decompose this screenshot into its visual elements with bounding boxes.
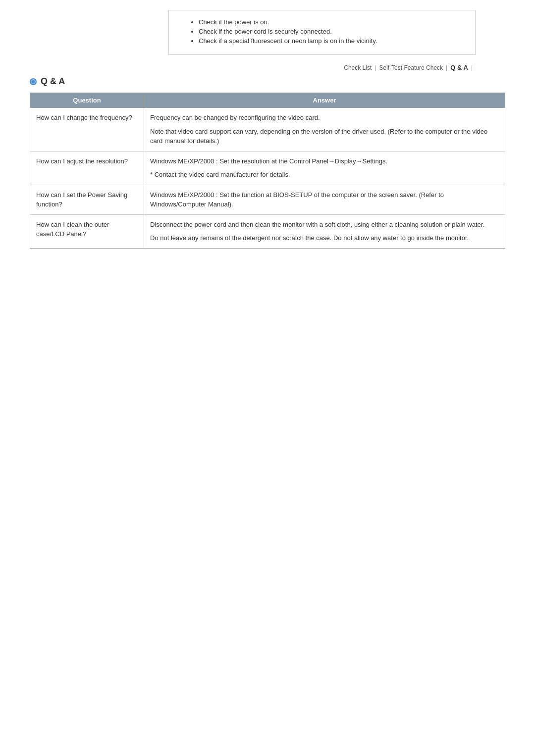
- checklist-item: Check if the power is on.: [199, 18, 465, 26]
- question-cell: How can I clean the outer case/LCD Panel…: [30, 214, 144, 248]
- question-cell: How can I change the frequency?: [30, 108, 144, 151]
- answer-cell: Disconnect the power cord and then clean…: [144, 214, 505, 248]
- table-row: How can I change the frequency?Frequency…: [30, 108, 505, 151]
- nav-selftest-link[interactable]: Self-Test Feature Check: [379, 64, 443, 71]
- answer-paragraph: Disconnect the power cord and then clean…: [150, 220, 499, 230]
- table-row: How can I clean the outer case/LCD Panel…: [30, 214, 505, 248]
- checklist-item: Check if a special fluorescent or neon l…: [199, 37, 465, 45]
- answer-cell: Frequency can be changed by reconfigurin…: [144, 108, 505, 151]
- answer-paragraph: Windows ME/XP/2000 : Set the resolution …: [150, 156, 499, 166]
- table-row: How can I adjust the resolution?Windows …: [30, 151, 505, 185]
- answer-paragraph: Note that video card support can vary, d…: [150, 127, 499, 146]
- nav-links: Check List | Self-Test Feature Check | Q…: [30, 64, 476, 71]
- answer-paragraph: Windows ME/XP/2000 : Set the function at…: [150, 190, 499, 209]
- answer-paragraph: Frequency can be changed by reconfigurin…: [150, 113, 499, 123]
- checklist-list: Check if the power is on.Check if the po…: [189, 18, 465, 45]
- table-row: How can I set the Power Saving function?…: [30, 185, 505, 214]
- checklist-item: Check if the power cord is securely conn…: [199, 28, 465, 35]
- answer-cell: Windows ME/XP/2000 : Set the resolution …: [144, 151, 505, 185]
- section-dot-icon: [30, 78, 37, 85]
- nav-checklist-link[interactable]: Check List: [344, 64, 372, 71]
- nav-active: Q & A: [450, 64, 468, 71]
- section-title: Q & A: [41, 76, 65, 87]
- nav-sep1: |: [374, 64, 376, 71]
- nav-sep2: |: [446, 64, 447, 71]
- qa-table: Question Answer How can I change the fre…: [30, 93, 505, 249]
- answer-paragraph: * Contact the video card manufacturer fo…: [150, 170, 499, 180]
- question-cell: How can I set the Power Saving function?: [30, 185, 144, 214]
- answer-cell: Windows ME/XP/2000 : Set the function at…: [144, 185, 505, 214]
- question-cell: How can I adjust the resolution?: [30, 151, 144, 185]
- col-header-question: Question: [30, 93, 144, 108]
- top-checklist-box: Check if the power is on.Check if the po…: [168, 10, 476, 55]
- table-header-row: Question Answer: [30, 93, 505, 108]
- col-header-answer: Answer: [144, 93, 505, 108]
- nav-sep3: |: [471, 64, 473, 71]
- answer-paragraph: Do not leave any remains of the detergen…: [150, 233, 499, 243]
- section-title-container: Q & A: [30, 76, 505, 87]
